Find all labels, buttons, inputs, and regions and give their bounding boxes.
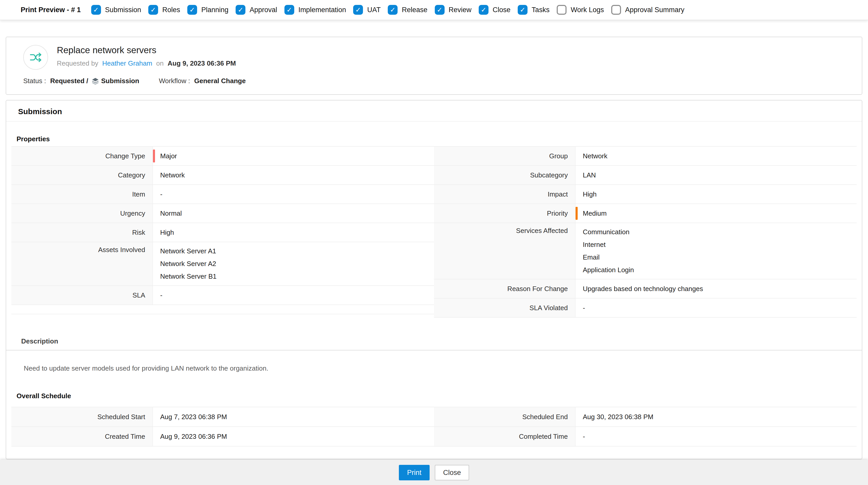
print-preview-toolbar: Print Preview - # 1 Submission Roles Pla… — [0, 0, 868, 20]
property-value: LAN — [576, 166, 857, 184]
property-value: High — [153, 223, 434, 242]
schedule-value: Aug 30, 2023 06:38 PM — [576, 407, 857, 426]
priority-accent-bar — [576, 207, 578, 220]
request-header-card: Replace network servers Requested by Hea… — [6, 37, 862, 95]
action-footer: Print Close — [0, 460, 868, 485]
service-line: Email — [583, 251, 849, 264]
checkbox-checked-icon — [518, 5, 528, 15]
schedule-row-scheduled-start: Scheduled Start Aug 7, 2023 06:38 PM — [11, 407, 434, 427]
schedule-row-completed-time: Completed Time - — [434, 427, 857, 447]
change-avatar — [23, 45, 48, 70]
property-value: Network — [576, 147, 857, 165]
requester-link[interactable]: Heather Graham — [102, 59, 152, 67]
toolbar-checkbox-implementation[interactable]: Implementation — [284, 5, 346, 15]
change-type-accent-bar — [153, 150, 155, 162]
property-row-item: Item - — [11, 185, 434, 204]
toolbar-checkbox-close[interactable]: Close — [479, 5, 510, 15]
property-row-subcategory: Subcategory LAN — [434, 166, 857, 185]
print-preview-body: Replace network servers Requested by Hea… — [0, 37, 868, 485]
close-button[interactable]: Close — [435, 465, 469, 480]
description-title: Description — [21, 337, 857, 345]
asset-line: Network Server A1 — [160, 245, 427, 257]
toolbar-checkbox-planning[interactable]: Planning — [187, 5, 228, 15]
checkbox-unchecked-icon — [611, 5, 621, 15]
checkbox-checked-icon — [353, 5, 363, 15]
toolbar-checkbox-approval-summary[interactable]: Approval Summary — [611, 5, 685, 15]
toolbar-checkbox-release[interactable]: Release — [388, 5, 427, 15]
property-value: Major — [160, 152, 177, 160]
property-row-priority: Priority Medium — [434, 204, 857, 223]
requested-by-line: Requested by Heather Graham on Aug 9, 20… — [57, 59, 236, 67]
property-value: High — [576, 185, 857, 203]
schedule-value: - — [576, 427, 857, 446]
on-label: on — [156, 59, 164, 67]
property-value: Medium — [583, 209, 607, 218]
property-row-category: Category Network — [11, 166, 434, 185]
property-value: Normal — [153, 204, 434, 223]
print-preview-title: Print Preview - # 1 — [21, 6, 81, 14]
property-value: - — [576, 298, 857, 317]
toolbar-checkbox-roles[interactable]: Roles — [148, 5, 180, 15]
checkbox-checked-icon — [479, 5, 489, 15]
schedule-row-scheduled-end: Scheduled End Aug 30, 2023 06:38 PM — [434, 407, 857, 427]
checkbox-checked-icon — [435, 5, 444, 15]
service-line: Application Login — [583, 264, 849, 276]
schedule-value: Aug 7, 2023 06:38 PM — [153, 407, 434, 426]
checkbox-checked-icon — [91, 5, 101, 15]
status-value: Requested / — [50, 77, 88, 85]
properties-title: Properties — [17, 135, 857, 143]
property-value: - — [153, 185, 434, 203]
property-row-assets-involved: Assets Involved Network Server A1 Networ… — [11, 242, 434, 286]
property-row-change-type: Change Type Major — [11, 147, 434, 166]
checkbox-checked-icon — [236, 5, 245, 15]
divider — [6, 350, 862, 351]
property-row-impact: Impact High — [434, 185, 857, 204]
toolbar-checkbox-uat[interactable]: UAT — [353, 5, 380, 15]
property-value: Upgrades based on technology changes — [576, 280, 857, 298]
checkbox-checked-icon — [187, 5, 197, 15]
asset-line: Network Server B1 — [160, 270, 427, 283]
toolbar-checkbox-submission[interactable]: Submission — [91, 5, 141, 15]
submission-section-title: Submission — [18, 107, 857, 116]
property-value: - — [153, 286, 434, 304]
schedule-row-created-time: Created Time Aug 9, 2023 06:36 PM — [11, 427, 434, 447]
property-row-reason-for-change: Reason For Change Upgrades based on tech… — [434, 280, 857, 298]
overall-schedule-table: Scheduled Start Aug 7, 2023 06:38 PM Cre… — [11, 407, 857, 447]
property-row-sla: SLA - — [11, 286, 434, 305]
workflow-value: General Change — [194, 77, 246, 85]
property-row-risk: Risk High — [11, 223, 434, 242]
schedule-value: Aug 9, 2023 06:36 PM — [153, 427, 434, 446]
properties-table-left: Change Type Major Category Network Item … — [11, 146, 434, 314]
checkbox-unchecked-icon — [557, 5, 566, 15]
print-button[interactable]: Print — [399, 465, 430, 480]
schedule-table-left: Scheduled Start Aug 7, 2023 06:38 PM Cre… — [11, 407, 434, 447]
toolbar-checkbox-work-logs[interactable]: Work Logs — [557, 5, 604, 15]
change-title: Replace network servers — [57, 45, 236, 55]
description-text: Need to update server models used for pr… — [24, 364, 857, 373]
layers-icon — [91, 77, 99, 85]
requested-by-label: Requested by — [57, 59, 98, 67]
properties-table-right: Group Network Subcategory LAN Impact Hig… — [434, 146, 857, 318]
service-line: Communication — [583, 226, 849, 238]
toolbar-checkbox-review[interactable]: Review — [435, 5, 472, 15]
property-row-services-affected: Services Affected Communication Internet… — [434, 223, 857, 280]
requested-time: Aug 9, 2023 06:36 PM — [168, 59, 236, 67]
empty-row — [11, 305, 434, 314]
checkbox-checked-icon — [388, 5, 398, 15]
toolbar-checkbox-tasks[interactable]: Tasks — [518, 5, 550, 15]
status-stage: Submission — [101, 77, 139, 85]
properties-table: Change Type Major Category Network Item … — [11, 146, 857, 318]
checkbox-checked-icon — [148, 5, 158, 15]
workflow-label: Workflow : — [159, 77, 190, 85]
toolbar-checkbox-approval[interactable]: Approval — [236, 5, 277, 15]
status-line: Status : Requested / Submission Workflow… — [23, 77, 851, 85]
submission-section-card: Submission Properties Change Type Major … — [6, 100, 862, 459]
status-label: Status : — [23, 77, 46, 85]
property-row-group: Group Network — [434, 147, 857, 166]
service-line: Internet — [583, 238, 849, 251]
checkbox-checked-icon — [284, 5, 294, 15]
divider — [6, 121, 862, 122]
schedule-table-right: Scheduled End Aug 30, 2023 06:38 PM Comp… — [434, 407, 857, 447]
shuffle-icon — [28, 50, 44, 65]
property-row-urgency: Urgency Normal — [11, 204, 434, 223]
